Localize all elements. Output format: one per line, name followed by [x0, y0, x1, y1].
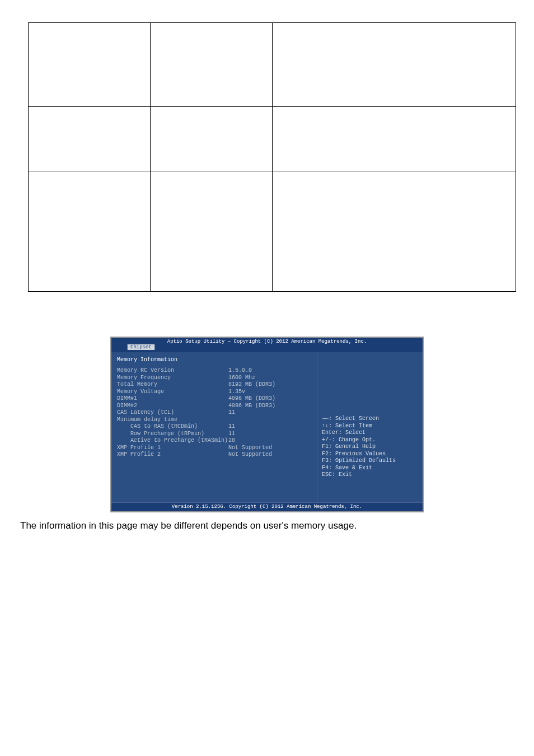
bios-label: DIMM#2 — [117, 403, 228, 410]
table-cell — [29, 171, 151, 292]
bios-info-row: CAS to RAS (tRCDmin)11 — [117, 423, 312, 431]
bios-help-line: F2: Previous Values — [322, 451, 419, 458]
bios-value: 1.5.0.0 — [228, 367, 312, 375]
table-cell — [272, 171, 516, 292]
doc-table — [28, 22, 516, 292]
table-cell — [150, 107, 272, 171]
bios-info-row: Minimum delay time — [117, 417, 312, 424]
table-cell — [29, 23, 151, 107]
bios-help-line: F3: Optimized Defaults — [322, 458, 419, 465]
bios-label: Row Precharge (tRPmin) — [117, 431, 228, 438]
bios-info-row: Memory RC Version1.5.0.0 — [117, 367, 312, 375]
bios-help-line: F4: Save & Exit — [322, 465, 419, 472]
bios-label: Memory Frequency — [117, 375, 228, 382]
bios-value: 1.35v — [228, 389, 312, 396]
table-row — [29, 23, 516, 107]
bios-label: CAS Latency (tCL) — [117, 409, 228, 417]
bios-label: Minimum delay time — [117, 417, 228, 424]
bios-header-title: Aptio Setup Utility – Copyright (C) 2012… — [111, 338, 423, 344]
bios-info-row: Memory Voltage1.35v — [117, 389, 312, 396]
table-cell — [272, 23, 516, 107]
bios-section-title: Memory Information — [117, 357, 312, 363]
bios-help: →←: Select Screen↑↓: Select ItemEnter: S… — [322, 416, 419, 479]
table-row — [29, 171, 516, 292]
bios-info-row: Active to Precharge (tRASmin)28 — [117, 437, 312, 445]
bios-label: Memory RC Version — [117, 367, 228, 375]
bios-help-line: Enter: Select — [322, 430, 419, 437]
table-cell — [29, 107, 151, 171]
bios-label: XMP Profile 2 — [117, 451, 228, 459]
table-cell — [272, 107, 516, 171]
bios-info-row: CAS Latency (tCL)11 — [117, 409, 312, 417]
bios-help-line: ↑↓: Select Item — [322, 423, 419, 430]
bios-left-pane: Memory Information Memory RC Version1.5.… — [111, 351, 317, 502]
bios-help-line: ESC: Exit — [322, 472, 419, 479]
table-cell — [150, 171, 272, 292]
bios-info-row: XMP Profile 1Not Supported — [117, 445, 312, 452]
bios-info-row: DIMM#24096 MB (DDR3) — [117, 403, 312, 410]
bios-value: 11 — [228, 423, 312, 431]
bios-label: XMP Profile 1 — [117, 445, 228, 452]
bios-label: Active to Precharge (tRASmin) — [117, 437, 228, 445]
bios-label: Total Memory — [117, 381, 228, 389]
bios-help-line: +/-: Change Opt. — [322, 437, 419, 444]
bios-value: 4096 MB (DDR3) — [228, 395, 312, 403]
bios-help-line: F1: General Help — [322, 444, 419, 451]
table-row — [29, 107, 516, 171]
bios-help-line: →←: Select Screen — [322, 416, 419, 423]
table-cell — [150, 23, 272, 107]
bios-header: Aptio Setup Utility – Copyright (C) 2012… — [111, 338, 423, 351]
bios-value: 8192 MB (DDR3) — [228, 381, 312, 389]
bios-footer: Version 2.15.1236. Copyright (C) 2012 Am… — [111, 502, 423, 511]
bios-value: Not Supported — [228, 445, 312, 452]
bios-value: 4096 MB (DDR3) — [228, 403, 312, 410]
bios-screenshot: Aptio Setup Utility – Copyright (C) 2012… — [110, 337, 424, 512]
bios-value: 28 — [228, 437, 312, 445]
bios-value: 11 — [228, 409, 312, 417]
bios-value: 11 — [228, 431, 312, 438]
bios-label: DIMM#1 — [117, 395, 228, 403]
bios-value: Not Supported — [228, 451, 312, 459]
bios-info-row: Row Precharge (tRPmin)11 — [117, 431, 312, 438]
bios-right-pane: →←: Select Screen↑↓: Select ItemEnter: S… — [317, 351, 423, 502]
bios-value — [228, 417, 312, 424]
bios-info-row: Memory Frequency1600 Mhz — [117, 375, 312, 382]
bios-info-row: XMP Profile 2Not Supported — [117, 451, 312, 459]
bios-tab-chipset: Chipset — [127, 344, 155, 350]
bios-value: 1600 Mhz — [228, 375, 312, 382]
bios-label: CAS to RAS (tRCDmin) — [117, 423, 228, 431]
footnote-text: The information in this page may be diff… — [20, 520, 534, 531]
bios-info-row: DIMM#14096 MB (DDR3) — [117, 395, 312, 403]
bios-info-row: Total Memory8192 MB (DDR3) — [117, 381, 312, 389]
bios-label: Memory Voltage — [117, 389, 228, 396]
